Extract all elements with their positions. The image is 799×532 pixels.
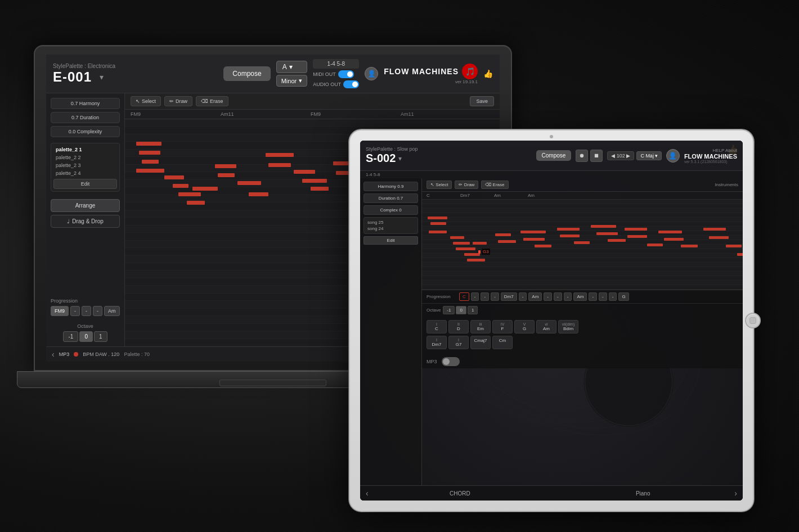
chord-Cmaj7[interactable]: Cmaj7 [470, 336, 491, 349]
chord-V-G[interactable]: V G [514, 320, 535, 333]
ipad-range-row: 1-4 5-8 [360, 171, 743, 178]
ipad-key-button[interactable]: C Maj ▾ [636, 151, 662, 160]
ipad-song-24[interactable]: song 24 [366, 226, 416, 232]
ipad-roll-grid[interactable]: G3 [422, 200, 743, 290]
ipad-prog-dash1[interactable]: - [471, 292, 479, 301]
prog-btn-3[interactable]: - [93, 306, 102, 316]
ipad-nav-piano[interactable]: Piano [551, 490, 734, 497]
user-avatar[interactable]: 👤 [365, 67, 378, 80]
ipad-user-avatar[interactable]: 👤 [666, 149, 680, 163]
ipad-chord-chart: I C II D iii [422, 317, 743, 355]
ipad-home-button[interactable] [745, 313, 761, 328]
ipad-prog-dm7[interactable]: Dm7 [501, 292, 517, 301]
chord-I-Dm7[interactable]: I Dm7 [427, 336, 447, 349]
ipad-range-display[interactable]: 1-4 5-8 [366, 172, 380, 177]
chord-I-G7[interactable]: I G7 [448, 336, 469, 349]
ipad-prog-dash5[interactable]: - [544, 292, 552, 301]
ipad-prog-dash4[interactable]: - [519, 292, 527, 301]
prog-btn-fm9[interactable]: FM9 [51, 306, 69, 316]
drag-drop-button[interactable]: ♩ Drag & Drop [51, 215, 120, 228]
ipad-prog-c[interactable]: C [459, 292, 469, 301]
ipad-prog-dash7[interactable]: - [564, 292, 572, 301]
range-display[interactable]: 1-4 5-8 [313, 59, 359, 69]
ipad-mp3-toggle[interactable] [442, 357, 460, 366]
stop-button[interactable]: ⏹ [590, 150, 603, 162]
select-tool-button[interactable]: ↖ Select [131, 96, 161, 106]
erase-tool-button[interactable]: ⌫ Erase [196, 96, 228, 106]
arrange-button[interactable]: Arrange [51, 199, 120, 212]
palette-edit-button[interactable]: Edit [53, 179, 117, 189]
ipad-dropdown-icon[interactable]: ▾ [398, 155, 402, 163]
ipad-note [557, 228, 580, 231]
octave-minus1[interactable]: -1 [63, 331, 78, 342]
ipad-chord-labels-row: C Dm7 Am Am [422, 192, 743, 200]
audio-out-toggle[interactable] [343, 80, 359, 88]
ipad-mp3-label: MP3 [427, 359, 437, 364]
ipad-complexity-control[interactable]: Complex 0 [363, 205, 418, 215]
chord-IV-F[interactable]: IV F [492, 320, 513, 333]
prog-btn-am[interactable]: Am [104, 306, 120, 316]
ipad-prog-dash3[interactable]: - [491, 292, 499, 301]
ipad-prog-dash2[interactable]: - [481, 292, 489, 301]
midi-out-toggle[interactable] [338, 70, 354, 78]
ipad-erase-tool[interactable]: ⌫ Erase [481, 181, 508, 189]
palette-item-3[interactable]: palette_2 3 [53, 161, 117, 169]
ipad-bpm-display[interactable]: ◀ 102 ▶ [607, 151, 634, 160]
ipad-prog-g[interactable]: G [618, 292, 629, 301]
ipad-prog-dash8[interactable]: - [589, 292, 597, 301]
ipad-harmony-control[interactable]: Harmony 0.9 [363, 182, 418, 191]
ipad-oct-0[interactable]: 0 [456, 306, 466, 314]
ipad-oct-plus1[interactable]: 1 [468, 306, 478, 314]
octave-plus1[interactable]: 1 [94, 331, 107, 342]
ipad-note [574, 241, 590, 244]
palette-item-2[interactable]: palette_2 2 [53, 154, 117, 161]
draw-tool-button[interactable]: ✏ Draw [164, 96, 192, 106]
complexity-control[interactable]: 0.0 Complexity [51, 126, 120, 137]
ipad-style-label: StylePalette : Slow pop [366, 146, 532, 152]
ipad-note [456, 247, 475, 250]
nav-back-button[interactable]: ‹ [52, 350, 55, 359]
ipad-note [429, 231, 447, 233]
ipad-note [495, 233, 511, 236]
prog-btn-2[interactable]: - [82, 306, 91, 316]
note-block [237, 181, 261, 185]
save-button[interactable]: Save [470, 96, 494, 106]
song-dropdown-icon[interactable]: ▾ [100, 73, 104, 82]
chord-vii-Bdim[interactable]: vii(dim) Bdim [558, 320, 578, 333]
ipad-oct-minus1[interactable]: -1 [443, 306, 455, 314]
key-a-button[interactable]: A ▾ [276, 61, 308, 73]
ipad-nav-right[interactable]: › [734, 489, 737, 498]
ipad-instruments-button[interactable]: Instruments [715, 182, 738, 187]
duration-control[interactable]: 0.7 Duration [51, 112, 120, 123]
octave-0[interactable]: 0 [79, 331, 93, 342]
ipad-prog-dash6[interactable]: - [554, 292, 562, 301]
ipad-duration-control[interactable]: Duration 0.7 [363, 193, 418, 203]
ipad-song-25[interactable]: song 25 [366, 219, 416, 226]
palette-item-4[interactable]: palette_2 4 [53, 169, 117, 177]
ipad-help[interactable]: HELP About [684, 148, 737, 153]
chord-vi-Am[interactable]: vi Am [536, 320, 556, 333]
ipad-prog-dash10[interactable]: - [609, 292, 617, 301]
ipad-prog-am1[interactable]: Am [528, 292, 542, 301]
chord-I-C[interactable]: I C [427, 320, 447, 333]
chord-iii-Em[interactable]: iii Em [470, 320, 491, 333]
chord-II-D[interactable]: II D [448, 320, 469, 333]
ipad-draw-tool[interactable]: ✏ Draw [455, 181, 478, 189]
ipad-prog-dash9[interactable]: - [599, 292, 607, 301]
harmony-control[interactable]: 0.7 Harmony [51, 98, 120, 109]
logo-text: FLOW MACHINES [384, 67, 459, 76]
ipad-select-tool[interactable]: ↖ Select [427, 181, 452, 189]
compose-button[interactable]: Compose [223, 66, 270, 81]
record-button[interactable]: ⏺ [576, 150, 588, 162]
ipad-progression-label: Progression [427, 294, 457, 299]
prog-btn-1[interactable]: - [70, 306, 80, 316]
ipad-edit-button[interactable]: Edit [363, 236, 418, 245]
mode-button[interactable]: Minor ▾ [276, 75, 308, 87]
chord-Cm[interactable]: Cm [492, 336, 513, 349]
palette-item-1[interactable]: palette_2 1 [53, 146, 117, 154]
ipad-octave-row: Octave -1 0 1 [422, 304, 743, 317]
ipad-compose-button[interactable]: Compose [536, 150, 572, 161]
ipad-prog-am2[interactable]: Am [573, 292, 587, 301]
like-button[interactable]: 👍 [483, 69, 493, 78]
ipad-note [681, 245, 698, 247]
